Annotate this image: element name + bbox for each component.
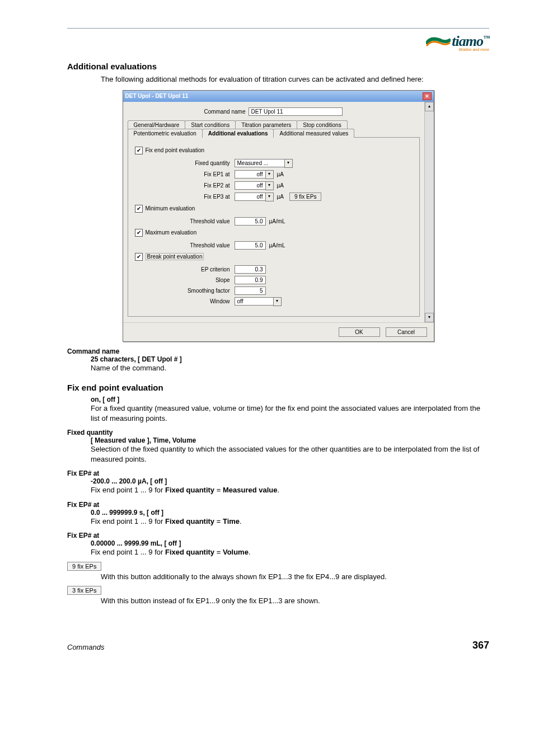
tab-stop-conditions[interactable]: Stop conditions <box>297 120 347 129</box>
param-fix-ep-volume: Fix EP# at <box>67 532 489 539</box>
chevron-down-icon[interactable]: ▾ <box>284 159 293 168</box>
nine-fix-eps-button[interactable]: 9 fix EPs <box>289 192 321 201</box>
chevron-down-icon[interactable]: ▾ <box>265 192 274 201</box>
intro-text: The following additional methods for eva… <box>101 74 489 84</box>
dialog-additional-evaluations: DET Upol - DET Upol 11 ✕ Command name Ge… <box>123 90 434 342</box>
fixed-quantity-select[interactable]: Measured ... <box>235 159 285 167</box>
tab-additional-measured-values[interactable]: Additional measured values <box>273 129 354 138</box>
ok-button[interactable]: OK <box>339 327 380 337</box>
heading-additional-evaluations: Additional evaluations <box>67 62 489 71</box>
param-fix-ep-time: Fix EP# at <box>67 501 489 509</box>
maximum-evaluation-checkbox[interactable]: ✔ <box>135 229 143 237</box>
dialog-title: DET Upol - DET Upol 11 <box>125 93 189 99</box>
tab-general-hardware[interactable]: General/Hardware <box>128 120 186 129</box>
param-command-name: Command name <box>67 348 489 355</box>
param-fix-ep-measured: Fix EP# at <box>67 469 489 477</box>
max-threshold-input[interactable]: 5.0 <box>235 241 266 250</box>
page-number: 367 <box>472 640 489 651</box>
chevron-down-icon[interactable]: ▾ <box>273 297 282 306</box>
dialog-scrollbar[interactable]: ▴ ▾ <box>424 102 434 322</box>
fix-ep1-input[interactable]: off <box>235 170 266 179</box>
scroll-up-icon[interactable]: ▴ <box>425 102 434 111</box>
min-threshold-input[interactable]: 5.0 <box>235 217 266 226</box>
fix-endpoint-label: Fix end point evaluation <box>146 147 205 153</box>
break-point-checkbox[interactable]: ✔ <box>135 253 143 261</box>
tab-titration-parameters[interactable]: Titration parameters <box>235 120 297 129</box>
slope-input[interactable]: 0.9 <box>235 276 266 284</box>
command-name-input[interactable] <box>249 107 343 116</box>
footer-section: Commands <box>67 643 104 651</box>
fix-ep2-input[interactable]: off <box>235 181 266 190</box>
tab-potentiometric-evaluation[interactable]: Potentiometric evaluation <box>128 129 203 138</box>
minimum-evaluation-checkbox[interactable]: ✔ <box>135 205 143 213</box>
tab-additional-evaluations[interactable]: Additional evaluations <box>202 129 274 138</box>
fix-endpoint-checkbox[interactable]: ✔ <box>135 147 143 154</box>
ep-criterion-input[interactable]: 0.3 <box>235 265 266 274</box>
brand-logo: tiamo™ titration and more <box>426 33 489 51</box>
command-name-label: Command name <box>204 109 246 115</box>
chevron-down-icon[interactable]: ▾ <box>265 181 274 190</box>
param-fixed-quantity: Fixed quantity <box>67 429 489 436</box>
chevron-down-icon[interactable]: ▾ <box>265 170 274 179</box>
tab-start-conditions[interactable]: Start conditions <box>185 120 236 129</box>
three-fix-eps-info-button: 3 fix EPs <box>67 586 101 595</box>
scroll-down-icon[interactable]: ▾ <box>425 313 434 322</box>
cancel-button[interactable]: Cancel <box>386 327 427 337</box>
fixed-quantity-label: Fixed quantity <box>135 160 235 166</box>
fix-ep3-input[interactable]: off <box>235 192 266 201</box>
smoothing-factor-input[interactable]: 5 <box>235 287 266 295</box>
close-icon[interactable]: ✕ <box>423 92 432 100</box>
window-select[interactable]: off <box>235 297 274 306</box>
nine-fix-eps-info-button: 9 fix EPs <box>67 562 101 571</box>
heading-fix-endpoint-evaluation: Fix end point evaluation <box>67 383 489 392</box>
